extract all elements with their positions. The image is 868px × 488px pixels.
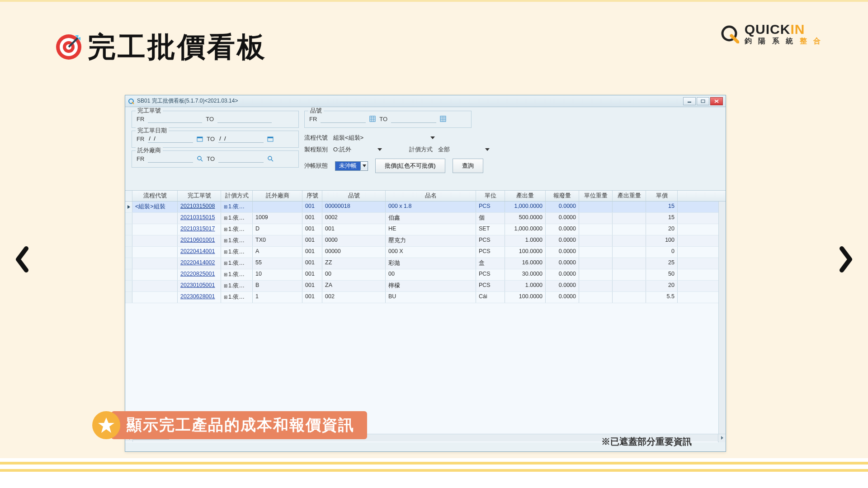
cell-unit-weight <box>579 269 613 280</box>
itemno-from-input[interactable] <box>321 115 366 123</box>
vertical-scrollbar[interactable] <box>718 202 726 442</box>
completion-date-from-input[interactable] <box>148 135 193 143</box>
cell-proc <box>132 269 178 280</box>
col-header[interactable]: 單位 <box>476 191 505 201</box>
col-header[interactable]: 報廢量 <box>546 191 579 201</box>
table-row[interactable]: 20210601001⊞1.依數量TX00010000壓克力PCS1.00000… <box>125 235 726 247</box>
svg-point-12 <box>198 156 201 160</box>
col-header[interactable]: 流程代號 <box>132 191 178 201</box>
cell-qty: 100.0000 <box>505 247 546 258</box>
cell-item-no: 00000 <box>322 247 386 258</box>
cell-qty: 500.0000 <box>505 213 546 224</box>
cell-vendor: D <box>253 224 302 235</box>
svg-rect-6 <box>688 102 691 103</box>
table-row[interactable]: 20220414002⊞1.依數量55001ZZ彩拋盒16.00000.0000… <box>125 258 726 269</box>
svg-rect-11 <box>268 137 273 138</box>
close-button[interactable] <box>710 97 723 105</box>
cell-completion-no[interactable]: 20210315008 <box>178 202 221 212</box>
cell-vendor: A <box>253 247 302 258</box>
cell-completion-no[interactable]: 20210315017 <box>178 224 221 235</box>
completion-no-to-input[interactable] <box>217 115 272 123</box>
cell-out-weight <box>613 247 646 258</box>
cell-item-name: 伯鑫 <box>386 213 476 224</box>
lookup-grid-icon[interactable] <box>369 116 376 122</box>
table-row[interactable]: 20220825001⊞1.依數量100010000PCS30.00000.00… <box>125 269 726 281</box>
cell-out-weight <box>613 202 646 212</box>
batch-price-button[interactable]: 批價(紅色不可批價) <box>375 159 445 173</box>
svg-rect-14 <box>370 116 375 122</box>
cell-completion-no[interactable]: 20210601001 <box>178 235 221 246</box>
cell-completion-no[interactable]: 20220825001 <box>178 269 221 280</box>
cell-out-weight <box>613 224 646 235</box>
col-header[interactable]: 託外廠商 <box>253 191 302 201</box>
table-row[interactable]: 20230628001⊞1.依數量1001002BUCái100.00000.0… <box>125 292 726 303</box>
cell-seq: 001 <box>302 224 322 235</box>
col-header[interactable]: 品名 <box>386 191 476 201</box>
cell-completion-no[interactable]: 20230105001 <box>178 281 221 291</box>
cell-completion-no[interactable]: 20220414002 <box>178 258 221 269</box>
lookup-grid-icon[interactable] <box>440 116 446 122</box>
app-icon <box>128 98 134 104</box>
cell-qty: 1,000.0000 <box>505 202 546 212</box>
window-titlebar[interactable]: SB01 完工批價看板(5.1.7.0)<2021.03.14> <box>125 95 726 107</box>
brand-logo-block: QUICKIN 鈞 陽 系 統 整 合 <box>720 23 823 45</box>
table-row[interactable]: 20210315017⊞1.依數量D001001HESET1,000.00000… <box>125 224 726 235</box>
mfg-type-dropdown[interactable]: O:託外 <box>331 145 384 154</box>
scroll-right-arrow-icon[interactable] <box>718 434 726 442</box>
col-header[interactable]: 計價方式 <box>221 191 253 201</box>
table-row[interactable]: 20220414001⊞1.依數量A00100000000 XPCS100.00… <box>125 247 726 258</box>
table-row[interactable]: <組裝>組裝20210315008⊞1.依數量00100000018000 x … <box>125 202 726 213</box>
price-method-dropdown[interactable]: 全部 <box>436 145 491 154</box>
itemno-to-input[interactable] <box>391 115 436 123</box>
calendar-icon[interactable] <box>197 136 203 142</box>
cell-price-method: ⊞1.依數量 <box>221 292 253 303</box>
star-badge-icon <box>92 411 120 439</box>
grid-body[interactable]: <組裝>組裝20210315008⊞1.依數量00100000018000 x … <box>125 202 726 442</box>
completion-no-from-input[interactable] <box>148 115 202 123</box>
next-slide-button[interactable] <box>835 244 857 275</box>
vendor-from-input[interactable] <box>148 155 193 163</box>
cell-unit-weight <box>579 281 613 291</box>
cell-item-no: 00000018 <box>322 202 386 212</box>
cell-unit-weight <box>579 213 613 224</box>
cell-price-method: ⊞1.依數量 <box>221 281 253 291</box>
table-row[interactable]: 20230105001⊞1.依數量B001ZA檸檬PCS1.00000.0000… <box>125 281 726 292</box>
completion-date-to-input[interactable] <box>218 135 264 143</box>
cell-item-no: 001 <box>322 224 386 235</box>
prev-slide-button[interactable] <box>11 244 33 275</box>
cell-vendor: 1 <box>253 292 302 303</box>
col-header[interactable]: 單位重量 <box>579 191 613 201</box>
cell-out-weight <box>613 281 646 291</box>
cell-price: 25 <box>646 258 678 269</box>
brand-mark-icon <box>720 24 739 43</box>
callout: 顯示完工產品的成本和報價資訊 <box>92 411 367 439</box>
cell-seq: 001 <box>302 281 322 291</box>
lookup-icon[interactable] <box>267 155 274 162</box>
calendar-icon[interactable] <box>267 136 274 142</box>
cell-out-weight <box>613 269 646 280</box>
lookup-icon[interactable] <box>197 155 203 162</box>
vendor-to-input[interactable] <box>218 155 264 163</box>
cell-qty: 1,000.0000 <box>505 224 546 235</box>
maximize-button[interactable] <box>697 97 709 105</box>
writeoff-status-select[interactable]: 未沖帳 <box>335 161 368 171</box>
cell-qty: 100.0000 <box>505 292 546 303</box>
query-button[interactable]: 查詢 <box>453 159 483 173</box>
col-header[interactable]: 序號 <box>302 191 322 201</box>
cell-completion-no[interactable]: 20220414001 <box>178 247 221 258</box>
cell-seq: 001 <box>302 292 322 303</box>
cell-completion-no[interactable]: 20230628001 <box>178 292 221 303</box>
table-row[interactable]: 20210315015⊞1.依數量10090010002伯鑫個500.00000… <box>125 213 726 224</box>
col-header[interactable]: 單價 <box>646 191 678 201</box>
cell-completion-no[interactable]: 20210315015 <box>178 213 221 224</box>
process-code-dropdown[interactable]: 組裝<組裝> <box>331 133 437 142</box>
minimize-button[interactable] <box>683 97 696 105</box>
cell-seq: 001 <box>302 235 322 246</box>
col-header[interactable]: 產出重量 <box>613 191 646 201</box>
item-no-group: 品號 FR TO <box>304 111 472 128</box>
cell-seq: 001 <box>302 258 322 269</box>
col-header[interactable]: 品號 <box>322 191 386 201</box>
cell-item-name: HE <box>386 224 476 235</box>
col-header[interactable]: 完工單號 <box>178 191 221 201</box>
col-header[interactable]: 產出量 <box>505 191 546 201</box>
